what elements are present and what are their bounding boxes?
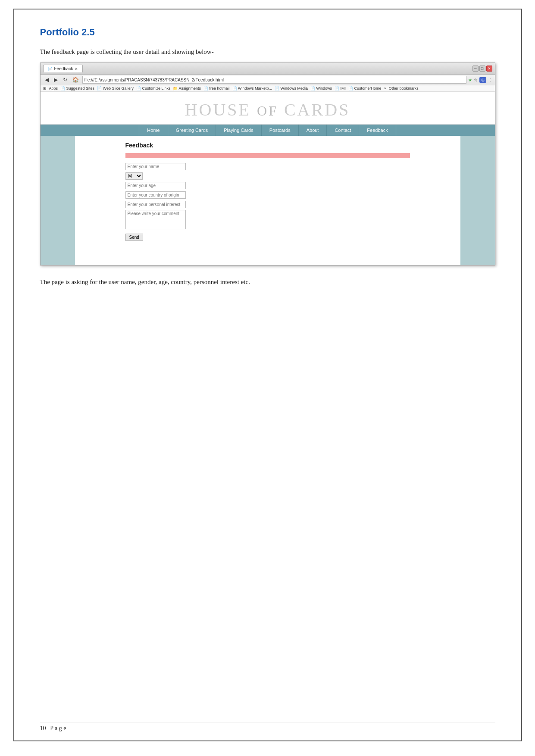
- nav-playing-cards[interactable]: Playing Cards: [216, 125, 261, 136]
- country-input[interactable]: [125, 191, 186, 199]
- bookmark-star[interactable]: ☆: [474, 78, 478, 82]
- nav-about[interactable]: About: [299, 125, 327, 136]
- tab-close-icon[interactable]: ✕: [75, 67, 78, 71]
- feedback-banner: [125, 153, 410, 158]
- name-field: [125, 162, 410, 170]
- site-main: Feedback M F: [117, 136, 419, 247]
- interest-input[interactable]: [125, 201, 186, 208]
- gender-field: M F: [125, 172, 410, 180]
- browser-toolbar: ◀ ▶ ↻ 🏠 ★ ☆ ⊕ ⋮: [41, 75, 495, 85]
- site-logo: HOUSE OF CARDS: [45, 100, 491, 120]
- minimize-button[interactable]: ─: [472, 66, 479, 72]
- bookmark-more[interactable]: »: [384, 86, 386, 91]
- comment-textarea[interactable]: [125, 210, 186, 229]
- refresh-button[interactable]: ↻: [61, 76, 69, 84]
- browser-chrome: 📄 Feedback ✕ ─ □ ✕: [41, 63, 495, 75]
- maximize-button[interactable]: □: [479, 66, 485, 72]
- age-input[interactable]: [125, 182, 186, 189]
- page-footer: 10 | P a g e: [40, 722, 495, 732]
- bookmark-windows[interactable]: 📄 Windows: [310, 86, 332, 91]
- nav-feedback[interactable]: Feedback: [359, 125, 396, 136]
- apps-grid-icon: ⊞: [43, 86, 47, 91]
- security-icon: ★: [468, 78, 472, 82]
- comment-field: [125, 210, 410, 229]
- bookmarks-bar: ⊞ Apps 📄 Suggested Sites 📄 Web Slice Gal…: [41, 85, 495, 92]
- site-nav: Home Greeting Cards Playing Cards Postca…: [41, 125, 495, 136]
- main-layout: Feedback M F: [41, 136, 495, 265]
- bookmark-media[interactable]: 📄 Windows Media: [275, 86, 308, 91]
- close-button[interactable]: ✕: [486, 66, 492, 72]
- browser-window: 📄 Feedback ✕ ─ □ ✕ ◀ ▶ ↻ 🏠 ★ ☆ ⊕ ⋮ ⊞ A: [40, 62, 495, 266]
- gender-select[interactable]: M F: [125, 172, 143, 180]
- description-top: The feedback page is collecting the user…: [40, 48, 495, 56]
- portfolio-title: Portfolio 2.5: [40, 27, 495, 38]
- logo-of: OF: [257, 103, 278, 119]
- bookmark-imi[interactable]: 📄 IMI: [335, 86, 346, 91]
- nav-postcards[interactable]: Postcards: [262, 125, 299, 136]
- bookmark-apps[interactable]: Apps: [49, 86, 58, 91]
- bookmark-webslice[interactable]: 📄 Web Slice Gallery: [97, 86, 134, 91]
- extensions-icon: ⊕: [479, 77, 486, 83]
- logo-cards: CARDS: [284, 100, 350, 119]
- send-button[interactable]: Send: [125, 234, 143, 241]
- website-content: HOUSE OF CARDS Home Greeting Cards Playi…: [41, 92, 495, 265]
- home-nav-button[interactable]: 🏠: [71, 76, 81, 84]
- side-panel-right: [460, 136, 495, 265]
- name-input[interactable]: [125, 163, 186, 170]
- interest-field: [125, 200, 410, 208]
- logo-house: HOUSE: [185, 100, 251, 119]
- nav-contact[interactable]: Contact: [327, 125, 359, 136]
- description-bottom: The page is asking for the user name, ge…: [40, 278, 495, 286]
- center-content: Feedback M F: [75, 136, 460, 265]
- bookmark-assignments[interactable]: 📁 Assignments: [173, 86, 201, 91]
- site-header: HOUSE OF CARDS: [41, 92, 495, 125]
- bookmark-customerhome[interactable]: 📄 CustomerHome: [348, 86, 382, 91]
- window-controls: ─ □ ✕: [472, 66, 492, 72]
- bookmark-other[interactable]: Other bookmarks: [389, 86, 419, 91]
- feedback-heading: Feedback: [125, 142, 410, 149]
- nav-greeting-cards[interactable]: Greeting Cards: [168, 125, 216, 136]
- page-number: 10 | P a g e: [40, 725, 66, 731]
- page-wrapper: Portfolio 2.5 The feedback page is colle…: [13, 9, 522, 741]
- bookmark-hotmail[interactable]: 📄 free hotmail: [203, 86, 230, 91]
- browser-tab[interactable]: 📄 Feedback ✕: [43, 65, 83, 72]
- country-field: [125, 191, 410, 199]
- address-bar[interactable]: [82, 76, 466, 84]
- bookmark-customize[interactable]: 📄 Customize Links: [136, 86, 171, 91]
- side-panel-left: [41, 136, 75, 265]
- nav-home[interactable]: Home: [139, 125, 168, 136]
- menu-icon[interactable]: ⋮: [488, 78, 492, 82]
- age-field: [125, 181, 410, 189]
- tab-favicon: 📄: [48, 67, 53, 71]
- bookmark-suggested[interactable]: 📄 Suggested Sites: [60, 86, 94, 91]
- tab-label: Feedback: [54, 66, 73, 71]
- bookmark-marketplace[interactable]: 📄 Windows Marketp...: [232, 86, 272, 91]
- forward-button[interactable]: ▶: [52, 76, 59, 84]
- back-button[interactable]: ◀: [43, 76, 50, 84]
